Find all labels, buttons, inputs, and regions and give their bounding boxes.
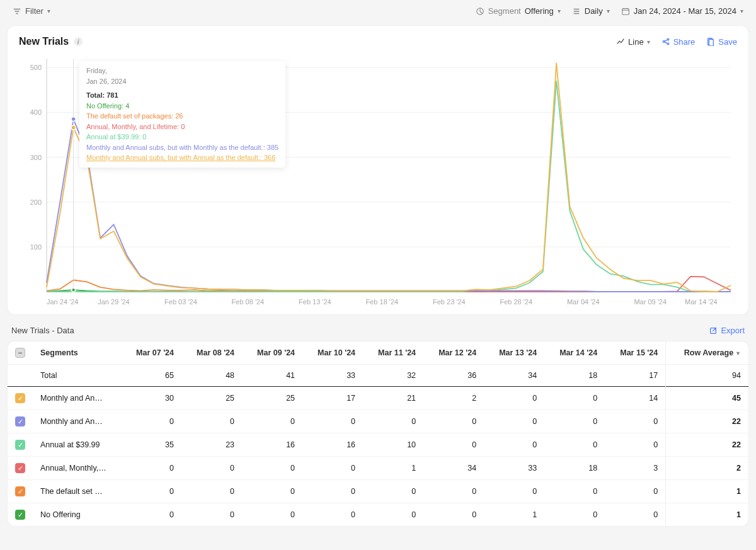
- cell-value: 0: [121, 457, 181, 480]
- cell-row-average: 1: [666, 480, 748, 503]
- cell-row-average: 94: [666, 365, 748, 387]
- svg-rect-1: [622, 8, 629, 14]
- cell-value: 0: [121, 480, 181, 503]
- cell-value: 17: [605, 365, 666, 387]
- segment-value: Offering: [525, 6, 554, 16]
- line-chart-icon: [616, 37, 625, 46]
- export-button[interactable]: Export: [709, 326, 745, 335]
- filter-label: Filter: [25, 6, 43, 16]
- chevron-down-icon: ▾: [558, 8, 561, 14]
- cell-value: 0: [302, 457, 363, 480]
- tooltip-series-row: Annual at $39.99: 0: [86, 132, 278, 142]
- col-date[interactable]: Mar 13 '24: [484, 341, 544, 365]
- filter-button[interactable]: Filter ▾: [13, 6, 50, 16]
- col-date[interactable]: Mar 11 '24: [363, 341, 423, 365]
- share-label: Share: [673, 37, 696, 47]
- cell-value: 0: [544, 433, 605, 457]
- cell-value: 0: [363, 480, 423, 503]
- cell-value: 0: [121, 503, 181, 527]
- chevron-down-icon: ▾: [647, 38, 650, 45]
- segment-label: Monthly and An…: [33, 387, 121, 410]
- card-title: New Trials i: [19, 36, 83, 47]
- cell-value: 18: [544, 365, 605, 387]
- tooltip-series-row: Monthly and Annual subs, but with Annual…: [86, 152, 278, 163]
- data-table: SegmentsMar 07 '24Mar 08 '24Mar 09 '24Ma…: [8, 341, 748, 526]
- chevron-down-icon: ▾: [607, 8, 610, 14]
- granularity-selector[interactable]: Daily ▾: [572, 6, 610, 16]
- cell-value: 65: [121, 365, 181, 387]
- svg-text:300: 300: [30, 154, 42, 161]
- table-row-total[interactable]: Total65484133323634181794: [8, 365, 748, 387]
- date-range-value: Jan 24, 2024 - Mar 15, 2024: [634, 6, 736, 16]
- segment-label: The default set …: [33, 480, 121, 503]
- svg-text:Feb 18 '24: Feb 18 '24: [366, 298, 399, 306]
- cell-row-average: 22: [666, 410, 748, 433]
- table-row[interactable]: ✓Annual at $39.993523161610000022: [8, 433, 748, 457]
- col-checkbox[interactable]: [8, 341, 33, 365]
- cell-value: 0: [484, 387, 544, 410]
- series-checkbox[interactable]: ✓: [15, 393, 25, 403]
- col-date[interactable]: Mar 09 '24: [242, 341, 302, 365]
- svg-text:Jan 24 '24: Jan 24 '24: [47, 298, 78, 306]
- col-date[interactable]: Mar 14 '24: [544, 341, 605, 365]
- chart-area[interactable]: 100200300400500Jan 24 '24Jan 29 '24Feb 0…: [19, 52, 737, 309]
- col-date[interactable]: Mar 15 '24: [605, 341, 666, 365]
- cell-row-average: 45: [666, 387, 748, 410]
- col-date[interactable]: Mar 10 '24: [302, 341, 363, 365]
- bars-icon: [572, 7, 581, 16]
- series-checkbox[interactable]: ✓: [15, 440, 25, 450]
- svg-text:Mar 14 '24: Mar 14 '24: [685, 298, 718, 306]
- cell-value: 0: [121, 410, 181, 433]
- segment-selector[interactable]: Segment Offering ▾: [476, 6, 561, 16]
- cell-value: 0: [242, 503, 302, 527]
- series-checkbox[interactable]: ✓: [15, 416, 25, 427]
- table-row[interactable]: ✓Monthly and An…30252517212001445: [8, 387, 748, 410]
- cell-value: 0: [544, 410, 605, 433]
- cell-value: 0: [302, 410, 363, 433]
- col-date[interactable]: Mar 08 '24: [181, 341, 242, 365]
- cell-value: 17: [302, 387, 363, 410]
- cell-value: 0: [544, 387, 605, 410]
- col-date[interactable]: Mar 07 '24: [121, 341, 181, 365]
- date-range-selector[interactable]: Jan 24, 2024 - Mar 15, 2024 ▾: [621, 6, 743, 16]
- series-checkbox[interactable]: ✓: [15, 463, 25, 473]
- table-row[interactable]: ✓No Offering0000001001: [8, 503, 748, 527]
- cell-value: 3: [605, 457, 666, 480]
- col-date[interactable]: Mar 12 '24: [423, 341, 484, 365]
- share-button[interactable]: Share: [662, 37, 696, 47]
- info-icon[interactable]: i: [74, 37, 83, 46]
- cell-value: 14: [605, 387, 666, 410]
- cell-value: 0: [181, 480, 242, 503]
- svg-text:Jan 29 '24: Jan 29 '24: [98, 298, 129, 306]
- cell-row-average: 1: [666, 503, 748, 527]
- table-row[interactable]: ✓Annual, Monthly,…0000134331832: [8, 457, 748, 480]
- cell-value: 0: [363, 410, 423, 433]
- cell-value: 21: [363, 387, 423, 410]
- cell-value: 0: [423, 480, 484, 503]
- series-checkbox[interactable]: ✓: [15, 510, 25, 520]
- series-checkbox[interactable]: ✓: [15, 486, 25, 496]
- svg-text:Feb 28 '24: Feb 28 '24: [500, 298, 532, 306]
- filter-icon: [13, 7, 21, 16]
- chevron-down-icon: ▾: [47, 8, 50, 14]
- cell-value: 34: [423, 457, 484, 480]
- svg-point-3: [667, 38, 669, 40]
- cell-value: 33: [484, 457, 544, 480]
- table-row[interactable]: ✓The default set …0000000001: [8, 480, 748, 503]
- cell-value: 0: [363, 503, 423, 527]
- col-segments[interactable]: Segments: [33, 341, 121, 365]
- cell-value: 0: [423, 503, 484, 527]
- svg-point-4: [667, 43, 669, 45]
- svg-text:100: 100: [30, 243, 42, 251]
- granularity-value: Daily: [585, 6, 603, 16]
- save-button[interactable]: Save: [706, 37, 737, 47]
- chart-type-selector[interactable]: Line ▾: [616, 37, 650, 47]
- svg-text:Feb 08 '24: Feb 08 '24: [232, 298, 265, 306]
- checkbox-all[interactable]: [15, 348, 25, 358]
- cell-value: 25: [242, 387, 302, 410]
- col-row-average[interactable]: Row Average▼: [666, 341, 748, 365]
- cell-value: 0: [242, 480, 302, 503]
- cell-value: 0: [302, 503, 363, 527]
- table-row[interactable]: ✓Monthly and An…00000000022: [8, 410, 748, 433]
- svg-rect-6: [709, 40, 714, 47]
